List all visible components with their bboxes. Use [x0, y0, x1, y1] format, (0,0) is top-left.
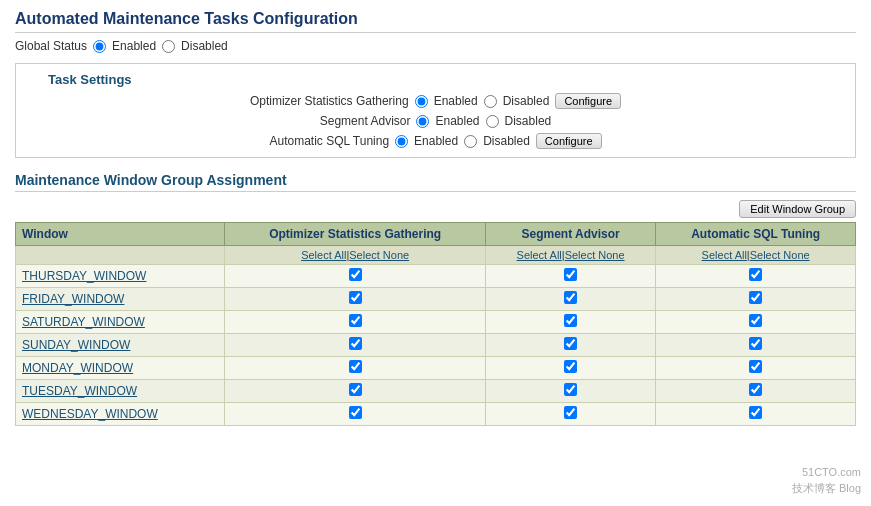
table-row: SATURDAY_WINDOW — [16, 311, 856, 334]
global-status-disabled-label: Disabled — [181, 39, 228, 53]
sa-checkbox-5[interactable] — [564, 383, 577, 396]
osg-disabled-label: Disabled — [503, 94, 550, 108]
ast-disabled-label: Disabled — [483, 134, 530, 148]
sa-checkbox-4[interactable] — [564, 360, 577, 373]
osg-disabled-radio[interactable] — [484, 95, 497, 108]
sa-cell — [485, 265, 655, 288]
osg-enabled-radio[interactable] — [415, 95, 428, 108]
ast-cell — [656, 265, 856, 288]
sa-cell — [485, 334, 655, 357]
window-cell[interactable]: SUNDAY_WINDOW — [16, 334, 225, 357]
select-row-osg: Select All|Select None — [225, 246, 485, 265]
ast-configure-button[interactable]: Configure — [536, 133, 602, 149]
osg-enabled-label: Enabled — [434, 94, 478, 108]
segment-advisor-row: Segment Advisor Enabled Disabled — [28, 114, 843, 128]
global-status-disabled-radio[interactable] — [162, 40, 175, 53]
sa-cell — [485, 288, 655, 311]
sa-enabled-label: Enabled — [435, 114, 479, 128]
ast-checkbox-4[interactable] — [749, 360, 762, 373]
osg-configure-button[interactable]: Configure — [555, 93, 621, 109]
osg-cell — [225, 403, 485, 426]
col-ast: Automatic SQL Tuning — [656, 223, 856, 246]
ast-select-all[interactable]: Select All — [702, 249, 747, 261]
window-cell[interactable]: MONDAY_WINDOW — [16, 357, 225, 380]
ast-cell — [656, 334, 856, 357]
window-cell[interactable]: TUESDAY_WINDOW — [16, 380, 225, 403]
sa-disabled-radio[interactable] — [486, 115, 499, 128]
maintenance-section: Maintenance Window Group Assignment Edit… — [15, 172, 856, 426]
ast-cell — [656, 380, 856, 403]
osg-checkbox-5[interactable] — [349, 383, 362, 396]
select-row-ast: Select All|Select None — [656, 246, 856, 265]
ast-enabled-radio[interactable] — [395, 135, 408, 148]
select-row-sa: Select All|Select None — [485, 246, 655, 265]
sa-checkbox-3[interactable] — [564, 337, 577, 350]
osg-cell — [225, 334, 485, 357]
table-row: WEDNESDAY_WINDOW — [16, 403, 856, 426]
ast-checkbox-1[interactable] — [749, 291, 762, 304]
table-row: THURSDAY_WINDOW — [16, 265, 856, 288]
page-title: Automated Maintenance Tasks Configuratio… — [15, 10, 856, 33]
auto-sql-tuning-row: Automatic SQL Tuning Enabled Disabled Co… — [28, 133, 843, 149]
ast-checkbox-0[interactable] — [749, 268, 762, 281]
ast-select-none[interactable]: Select None — [750, 249, 810, 261]
window-cell[interactable]: WEDNESDAY_WINDOW — [16, 403, 225, 426]
table-row: SUNDAY_WINDOW — [16, 334, 856, 357]
global-status-row: Global Status Enabled Disabled — [15, 39, 856, 53]
global-status-enabled-radio[interactable] — [93, 40, 106, 53]
window-cell[interactable]: THURSDAY_WINDOW — [16, 265, 225, 288]
osg-checkbox-2[interactable] — [349, 314, 362, 327]
osg-checkbox-4[interactable] — [349, 360, 362, 373]
sa-checkbox-1[interactable] — [564, 291, 577, 304]
table-row: FRIDAY_WINDOW — [16, 288, 856, 311]
ast-checkbox-5[interactable] — [749, 383, 762, 396]
ast-checkbox-6[interactable] — [749, 406, 762, 419]
osg-cell — [225, 311, 485, 334]
sa-cell — [485, 357, 655, 380]
sa-checkbox-0[interactable] — [564, 268, 577, 281]
optimizer-stats-label: Optimizer Statistics Gathering — [250, 94, 409, 108]
watermark: 51CTO.com 技术博客 Blog — [792, 465, 861, 496]
auto-sql-tuning-label: Automatic SQL Tuning — [269, 134, 389, 148]
sa-enabled-radio[interactable] — [416, 115, 429, 128]
ast-enabled-label: Enabled — [414, 134, 458, 148]
osg-cell — [225, 380, 485, 403]
osg-cell — [225, 357, 485, 380]
sa-cell — [485, 403, 655, 426]
osg-checkbox-3[interactable] — [349, 337, 362, 350]
osg-select-all[interactable]: Select All — [301, 249, 346, 261]
window-cell[interactable]: SATURDAY_WINDOW — [16, 311, 225, 334]
ast-cell — [656, 311, 856, 334]
maintenance-title: Maintenance Window Group Assignment — [15, 172, 856, 192]
ast-disabled-radio[interactable] — [464, 135, 477, 148]
edit-window-group-button[interactable]: Edit Window Group — [739, 200, 856, 218]
osg-checkbox-6[interactable] — [349, 406, 362, 419]
osg-cell — [225, 288, 485, 311]
task-settings-section: Task Settings Optimizer Statistics Gathe… — [15, 63, 856, 158]
osg-cell — [225, 265, 485, 288]
osg-checkbox-0[interactable] — [349, 268, 362, 281]
optimizer-stats-row: Optimizer Statistics Gathering Enabled D… — [28, 93, 843, 109]
sa-checkbox-2[interactable] — [564, 314, 577, 327]
edit-window-group-area: Edit Window Group — [15, 200, 856, 218]
sa-cell — [485, 311, 655, 334]
sa-cell — [485, 380, 655, 403]
sa-select-all[interactable]: Select All — [517, 249, 562, 261]
ast-checkbox-3[interactable] — [749, 337, 762, 350]
osg-checkbox-1[interactable] — [349, 291, 362, 304]
ast-cell — [656, 288, 856, 311]
watermark-line1: 51CTO.com — [792, 465, 861, 480]
sa-disabled-label: Disabled — [505, 114, 552, 128]
ast-cell — [656, 403, 856, 426]
osg-select-none[interactable]: Select None — [349, 249, 409, 261]
col-osg: Optimizer Statistics Gathering — [225, 223, 485, 246]
sa-select-none[interactable]: Select None — [565, 249, 625, 261]
maintenance-table: Window Optimizer Statistics Gathering Se… — [15, 222, 856, 426]
table-row: MONDAY_WINDOW — [16, 357, 856, 380]
ast-checkbox-2[interactable] — [749, 314, 762, 327]
global-status-label: Global Status — [15, 39, 87, 53]
ast-cell — [656, 357, 856, 380]
sa-checkbox-6[interactable] — [564, 406, 577, 419]
window-cell[interactable]: FRIDAY_WINDOW — [16, 288, 225, 311]
table-row: TUESDAY_WINDOW — [16, 380, 856, 403]
